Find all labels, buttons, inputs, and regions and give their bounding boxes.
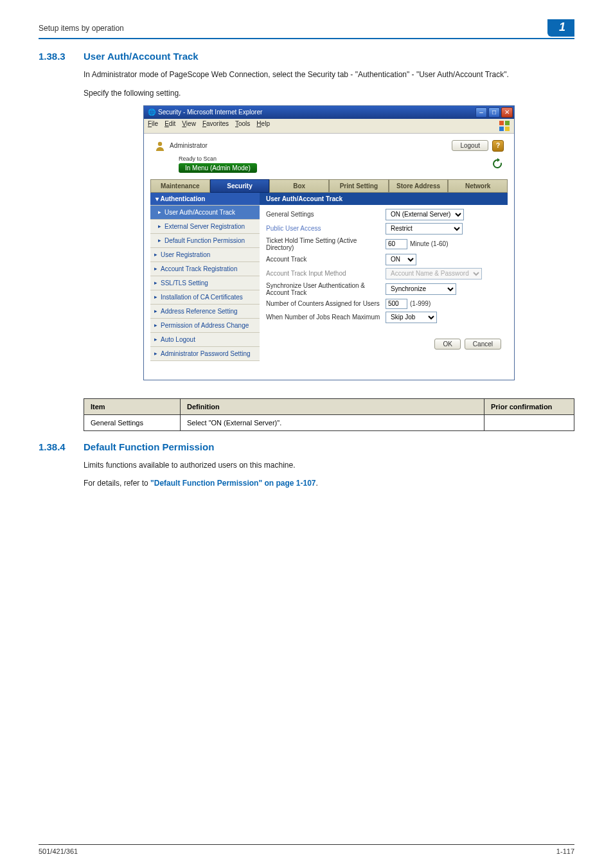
admin-icon bbox=[154, 140, 166, 152]
select-synchronize[interactable]: Synchronize bbox=[386, 283, 456, 295]
th-definition: Definition bbox=[181, 398, 484, 414]
section2-title: Default Function Permission bbox=[84, 441, 214, 452]
tab-box[interactable]: Box bbox=[269, 179, 329, 193]
sidebar-item-ca-certificates[interactable]: Installation of CA Certificates bbox=[150, 290, 260, 304]
sidebar-item-user-auth[interactable]: User Auth/Account Track bbox=[150, 205, 260, 219]
ie-logo-icon bbox=[499, 120, 510, 132]
status-ready: Ready to Scan bbox=[179, 155, 257, 162]
ie-window: 🌐 Security - Microsoft Internet Explorer… bbox=[143, 105, 515, 380]
tab-print-setting[interactable]: Print Setting bbox=[329, 179, 389, 193]
hint-ticket-minute: Minute (1-60) bbox=[410, 240, 448, 247]
sidebar-item-default-func[interactable]: Default Function Permission bbox=[150, 233, 260, 247]
ie-window-title: Security - Microsoft Internet Explorer bbox=[158, 109, 262, 116]
th-item: Item bbox=[84, 398, 181, 414]
menu-file[interactable]: File bbox=[148, 120, 158, 132]
sidebar-item-permission-address[interactable]: Permission of Address Change bbox=[150, 318, 260, 332]
section1-para2: Specify the following setting. bbox=[84, 88, 574, 99]
menu-help[interactable]: Help bbox=[256, 120, 270, 132]
logout-button[interactable]: Logout bbox=[452, 140, 488, 151]
input-num-counters[interactable] bbox=[386, 299, 407, 309]
section2-para2a: For details, refer to bbox=[84, 479, 150, 488]
label-account-track-input-method: Account Track Input Method bbox=[266, 270, 386, 277]
sidebar-item-external-server[interactable]: External Server Registration bbox=[150, 219, 260, 233]
label-public-user-access: Public User Access bbox=[266, 225, 386, 232]
tab-store-address[interactable]: Store Address bbox=[389, 179, 449, 193]
section2-para2c: . bbox=[315, 479, 317, 488]
label-jobs-reach-max: When Number of Jobs Reach Maximum bbox=[266, 314, 386, 321]
header-rule bbox=[39, 38, 574, 39]
svg-rect-3 bbox=[505, 127, 510, 131]
sidebar-item-ssl[interactable]: SSL/TLS Setting bbox=[150, 276, 260, 290]
definition-table: Item Definition Prior confirmation Gener… bbox=[84, 398, 574, 431]
tab-security[interactable]: Security bbox=[210, 179, 270, 193]
sidebar-spacer bbox=[150, 360, 260, 369]
label-ticket-hold-time: Ticket Hold Time Setting (Active Directo… bbox=[266, 237, 386, 251]
input-ticket-hold-time[interactable] bbox=[386, 239, 407, 249]
refresh-icon[interactable] bbox=[491, 157, 504, 170]
section-title: User Auth/Account Track bbox=[84, 51, 199, 62]
svg-rect-1 bbox=[505, 121, 510, 125]
sidebar-item-user-registration[interactable]: User Registration bbox=[150, 247, 260, 261]
menu-tools[interactable]: Tools bbox=[235, 120, 250, 132]
sidebar-item-account-track-reg[interactable]: Account Track Registration bbox=[150, 261, 260, 276]
tab-network[interactable]: Network bbox=[448, 179, 508, 193]
select-jobs-reach-max[interactable]: Skip Job bbox=[386, 312, 437, 323]
ie-icon: 🌐 bbox=[148, 109, 155, 116]
label-general-settings: General Settings bbox=[266, 211, 386, 218]
section1-para1: In Administrator mode of PageScope Web C… bbox=[84, 69, 574, 80]
svg-rect-0 bbox=[499, 121, 504, 125]
breadcrumb: Setup items by operation bbox=[39, 24, 124, 33]
ie-menubar: File Edit View Favorites Tools Help bbox=[144, 119, 514, 134]
th-prior-confirmation: Prior confirmation bbox=[484, 398, 574, 414]
minimize-button[interactable]: – bbox=[475, 107, 487, 118]
admin-mode-badge: In Menu (Admin Mode) bbox=[179, 163, 257, 173]
sidebar-item-admin-password[interactable]: Administrator Password Setting bbox=[150, 346, 260, 360]
ok-button[interactable]: OK bbox=[434, 339, 460, 350]
svg-point-4 bbox=[158, 141, 162, 145]
footer-right: 1-117 bbox=[556, 847, 574, 855]
sidebar-item-auto-logout[interactable]: Auto Logout bbox=[150, 332, 260, 346]
main-area: User Auth/Account Track General Settings… bbox=[260, 193, 508, 369]
cancel-button[interactable]: Cancel bbox=[465, 339, 501, 350]
select-input-method: Account Name & Password bbox=[386, 268, 482, 279]
select-public-user-access[interactable]: Restrict bbox=[386, 223, 463, 235]
menu-view[interactable]: View bbox=[182, 120, 196, 132]
label-synchronize: Synchronize User Authentication & Accoun… bbox=[266, 282, 386, 296]
tab-row: Maintenance Security Box Print Setting S… bbox=[150, 179, 508, 193]
td-definition: Select "ON (External Server)". bbox=[181, 414, 484, 430]
section2-number: 1.38.4 bbox=[39, 441, 84, 452]
section2-para1: Limits functions available to authorized… bbox=[84, 460, 574, 471]
hint-counters-range: (1-999) bbox=[410, 300, 431, 307]
menu-favorites[interactable]: Favorites bbox=[202, 120, 229, 132]
main-title: User Auth/Account Track bbox=[260, 193, 508, 205]
select-account-track[interactable]: ON bbox=[386, 254, 416, 265]
footer-left: 501/421/361 bbox=[39, 847, 78, 855]
td-item: General Settings bbox=[84, 414, 181, 430]
admin-label: Administrator bbox=[170, 142, 208, 149]
section-number: 1.38.3 bbox=[39, 51, 84, 62]
link-default-function-permission[interactable]: "Default Function Permission" on page 1-… bbox=[150, 479, 315, 488]
ie-titlebar: 🌐 Security - Microsoft Internet Explorer… bbox=[144, 106, 514, 119]
sidebar-item-address-reference[interactable]: Address Reference Setting bbox=[150, 304, 260, 318]
tab-maintenance[interactable]: Maintenance bbox=[150, 179, 210, 193]
close-button[interactable]: ✕ bbox=[501, 107, 513, 118]
label-account-track: Account Track bbox=[266, 256, 386, 263]
chapter-badge: 1 bbox=[547, 19, 574, 37]
svg-rect-2 bbox=[499, 127, 504, 131]
label-num-counters: Number of Counters Assigned for Users bbox=[266, 300, 386, 307]
select-general-settings[interactable]: ON (External Server) bbox=[386, 209, 464, 220]
help-icon[interactable]: ? bbox=[492, 140, 504, 152]
sidebar-head-authentication[interactable]: Authentication bbox=[150, 193, 260, 205]
section2-para2: For details, refer to "Default Function … bbox=[84, 478, 574, 489]
td-prior bbox=[484, 414, 574, 430]
maximize-button[interactable]: □ bbox=[488, 107, 500, 118]
sidebar: Authentication User Auth/Account Track E… bbox=[150, 193, 260, 369]
menu-edit[interactable]: Edit bbox=[164, 120, 175, 132]
